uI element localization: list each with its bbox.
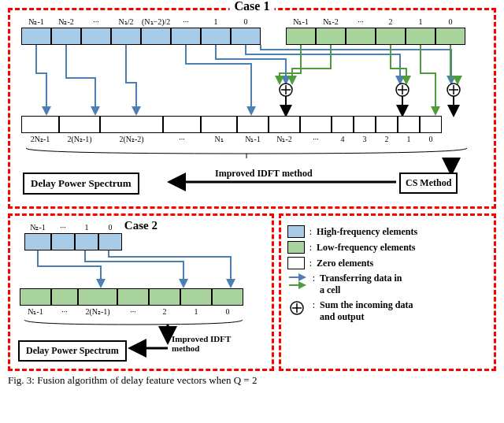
lf-cell: ··· <box>346 28 376 45</box>
fused-cell: 3 <box>354 116 376 133</box>
hf-cell: (N₁−2)/2 <box>141 28 171 45</box>
fused-cell: 2(N₂-2) <box>100 116 163 133</box>
legend-swatch-white <box>287 257 305 269</box>
fused-cell: N₁ <box>201 116 237 133</box>
lf-cell: ··· <box>51 288 78 306</box>
svg-point-0 <box>280 83 292 96</box>
fused-cell: N₁-2 <box>269 116 300 133</box>
legend-item-hf: : High-frequency elements <box>287 225 487 238</box>
hf-cell: ··· <box>171 28 201 45</box>
fused-cell: 2N₂-1 <box>21 116 59 133</box>
lf-cell: 2 <box>376 28 406 45</box>
case1-title: Case 1 <box>230 0 275 13</box>
fused-cell: 1 <box>398 116 420 133</box>
lf-cell: N₁-1 <box>20 288 51 306</box>
lf-cell: N₁-2 <box>316 28 346 45</box>
fused-cell: 4 <box>332 116 354 133</box>
hf-cell: 1 <box>201 28 231 45</box>
legend-item-zero: : Zero elements <box>287 257 487 269</box>
legend-swatch-green <box>287 241 305 254</box>
fused-cell: 2 <box>376 116 398 133</box>
hf-cell: ··· <box>51 233 75 250</box>
lf-cell: N₁-1 <box>286 28 316 45</box>
case1-idft-label: Improved IDFT method <box>215 168 313 180</box>
svg-point-2 <box>447 83 460 96</box>
hf-cell: ··· <box>81 28 111 45</box>
lf-cell: 2 <box>149 288 180 306</box>
legend-arrow-icon <box>287 273 308 290</box>
legend-box: : High-frequency elements : Low-frequenc… <box>279 213 496 371</box>
hf-cell: N₂-2 <box>51 28 81 45</box>
fused-cell: N₁-1 <box>237 116 269 133</box>
case2-idft-label: Improved IDFT method <box>172 334 250 353</box>
fused-cell: ··· <box>163 116 201 133</box>
lf-cell: 1 <box>406 28 435 45</box>
svg-point-1 <box>396 83 409 96</box>
case2-title: Case 2 <box>124 219 158 232</box>
case1-fused-row: 2N₂-1 2(N₂-1) 2(N₂-2) ··· N₁ N₁-1 N₁-2 ·… <box>21 116 442 133</box>
lf-cell: 0 <box>212 288 243 306</box>
figure-caption: Fig. 3: Fusion algorithm of delay featur… <box>8 374 496 387</box>
bottom-row: Case 2 N₂-1 ··· 1 0 N₁-1 <box>8 213 496 371</box>
hf-cell: N₁/2 <box>111 28 141 45</box>
fused-cell: 0 <box>420 116 442 133</box>
case2-fused-row: N₁-1 ··· 2(N₂-1) ··· 2 1 0 <box>20 288 243 306</box>
case2-highfreq-row: N₂-1 ··· 1 0 <box>24 233 122 250</box>
hf-cell: 0 <box>98 233 122 250</box>
hf-cell: N₂-1 <box>21 28 51 45</box>
legend-sum-icon <box>287 299 308 317</box>
legend-item-lf: : Low-frequency elements <box>287 241 487 254</box>
legend-item-transfer: : Transferring data in a cell <box>287 273 487 296</box>
lf-cell: 1 <box>180 288 212 306</box>
case2-box: Case 2 N₂-1 ··· 1 0 N₁-1 <box>8 213 274 371</box>
lf-cell: ··· <box>117 288 149 306</box>
case1-cs-box: CS Method <box>399 173 458 194</box>
hf-cell: N₂-1 <box>24 233 51 250</box>
legend-item-sum: : Sum the incoming data and output <box>287 299 487 323</box>
legend-swatch-blue <box>287 225 305 238</box>
case1-highfreq-row: N₂-1 N₂-2 ··· N₁/2 (N₁−2)/2 ··· 1 0 <box>21 28 261 45</box>
lf-cell: 0 <box>435 28 465 45</box>
case1-lowfreq-row: N₁-1 N₁-2 ··· 2 1 0 <box>286 28 465 45</box>
lf-cell: 2(N₂-1) <box>78 288 117 306</box>
fused-cell: 2(N₂-1) <box>59 116 100 133</box>
hf-cell: 0 <box>231 28 261 45</box>
case1-dps-box: Delay Power Spectrum <box>23 173 139 195</box>
case1-box: Case 1 N₂-1 N₂-2 ··· N₁/2 (N₁−2)/2 ··· 1… <box>8 8 496 209</box>
fused-cell: ··· <box>300 116 332 133</box>
hf-cell: 1 <box>75 233 98 250</box>
case2-dps-box: Delay Power Spectrum <box>18 340 127 362</box>
